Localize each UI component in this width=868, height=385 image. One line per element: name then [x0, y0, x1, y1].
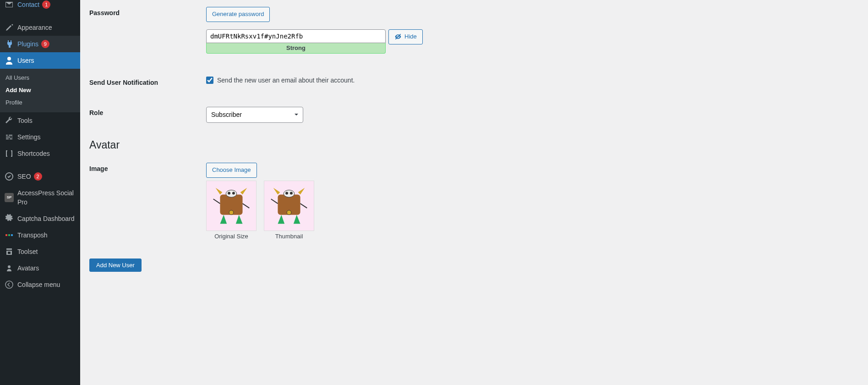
sidebar-item-toolset[interactable]: Toolset — [0, 243, 80, 260]
sidebar-item-seo[interactable]: SEO 2 — [0, 168, 80, 185]
image-row: Image Choose Image — [89, 156, 859, 247]
notification-text: Send the new user an email about their a… — [217, 77, 355, 84]
sidebar-item-shortcodes[interactable]: Shortcodes — [0, 145, 80, 162]
sidebar-item-users[interactable]: Users — [0, 52, 80, 69]
sidebar-label: Shortcodes — [17, 149, 50, 158]
sidebar-item-tools[interactable]: Tools — [0, 112, 80, 129]
toolset-icon — [5, 247, 14, 256]
svg-point-16 — [285, 192, 288, 194]
submenu-profile[interactable]: Profile — [0, 96, 80, 109]
svg-point-11 — [232, 192, 235, 194]
svg-point-15 — [284, 190, 295, 197]
sidebar-label: AccessPress Social Pro — [17, 188, 76, 207]
thumbnail-caption: Thumbnail — [264, 233, 314, 240]
svg-point-12 — [229, 210, 234, 215]
submenu-add-new[interactable]: Add New — [0, 84, 80, 96]
sidebar-item-appearance[interactable]: Appearance — [0, 19, 80, 36]
image-label: Image — [89, 156, 202, 182]
password-label: Password — [89, 0, 202, 26]
badge: 9 — [41, 40, 49, 48]
notification-checkbox[interactable] — [206, 77, 213, 84]
svg-point-9 — [226, 190, 237, 197]
role-label: Role — [89, 100, 202, 126]
svg-point-17 — [290, 192, 293, 194]
notification-checkbox-wrap[interactable]: Send the new user an email about their a… — [206, 77, 854, 84]
generate-password-button[interactable]: Generate password — [206, 7, 270, 22]
sidebar-collapse[interactable]: Collapse menu — [0, 276, 80, 293]
sidebar-label: Avatars — [17, 264, 39, 273]
avatar-thumbnail-image — [264, 181, 314, 231]
submenu-all-users[interactable]: All Users — [0, 72, 80, 84]
collapse-icon — [5, 280, 14, 289]
badge: 1 — [42, 0, 50, 9]
admin-sidebar: Contact 1 Appearance Plugins 9 Users All… — [0, 0, 80, 385]
badge: 2 — [34, 172, 42, 181]
sidebar-label: SEO — [17, 172, 31, 181]
avatar-heading: Avatar — [89, 139, 859, 151]
sidebar-label: Contact — [17, 0, 39, 9]
svg-rect-3 — [11, 234, 13, 236]
eye-slash-icon — [394, 33, 402, 40]
seo-icon — [5, 172, 14, 181]
password-row: Password Generate password Strong Hide — [89, 0, 859, 60]
sidebar-item-contact[interactable]: Contact 1 — [0, 0, 80, 13]
sidebar-item-avatars[interactable]: Avatars — [0, 260, 80, 276]
avatar-icon — [5, 264, 14, 273]
sidebar-item-plugins[interactable]: Plugins 9 — [0, 36, 80, 52]
hide-password-button[interactable]: Hide — [388, 29, 423, 44]
sidebar-label: Transposh — [17, 231, 48, 240]
svg-rect-2 — [8, 234, 10, 236]
transposh-icon — [5, 231, 14, 240]
add-new-user-button[interactable]: Add New User — [89, 258, 142, 272]
sidebar-label: Collapse menu — [17, 280, 60, 289]
avatar-original: Original Size — [206, 181, 257, 240]
sidebar-label: Appearance — [17, 23, 52, 32]
sidebar-item-transposh[interactable]: Transposh — [0, 227, 80, 243]
password-strength: Strong — [206, 43, 386, 54]
sidebar-label: Toolset — [17, 247, 38, 256]
avatar-original-image — [206, 181, 257, 231]
svg-point-4 — [8, 265, 11, 268]
password-input[interactable] — [206, 29, 386, 43]
sidebar-item-accesspress[interactable]: SP AccessPress Social Pro — [0, 185, 80, 210]
svg-point-10 — [228, 192, 230, 194]
sidebar-label: Tools — [17, 116, 33, 125]
admin-footer: Thank you for creating with WordPress. V… — [80, 379, 868, 385]
notification-row: Send User Notification Send the new user… — [89, 70, 859, 95]
user-icon — [5, 56, 14, 65]
envelope-icon — [5, 0, 14, 9]
svg-point-18 — [287, 210, 291, 215]
gear-icon — [5, 214, 14, 223]
wrench-icon — [5, 116, 14, 125]
brush-icon — [5, 23, 14, 32]
plugin-icon — [5, 39, 14, 49]
sidebar-label: Settings — [17, 132, 41, 142]
sidebar-label: Captcha Dashboard — [17, 214, 75, 223]
sidebar-label: Users — [17, 56, 34, 65]
role-row: Role Subscriber — [89, 100, 859, 130]
choose-image-button[interactable]: Choose Image — [206, 163, 257, 178]
brackets-icon — [5, 149, 14, 158]
svg-point-5 — [5, 281, 13, 288]
sidebar-item-settings[interactable]: Settings — [0, 129, 80, 145]
svg-rect-1 — [5, 234, 7, 236]
role-select[interactable]: Subscriber — [206, 107, 303, 123]
sidebar-item-captcha[interactable]: Captcha Dashboard — [0, 210, 80, 227]
original-caption: Original Size — [206, 233, 257, 240]
sidebar-label: Plugins — [17, 39, 38, 49]
sp-icon: SP — [5, 193, 14, 202]
users-submenu: All Users Add New Profile — [0, 69, 80, 112]
sliders-icon — [5, 132, 14, 142]
avatar-thumbnail: Thumbnail — [264, 181, 314, 240]
main-content: Password Generate password Strong Hide — [80, 0, 868, 385]
hide-label: Hide — [404, 32, 417, 42]
notification-label: Send User Notification — [89, 70, 202, 95]
